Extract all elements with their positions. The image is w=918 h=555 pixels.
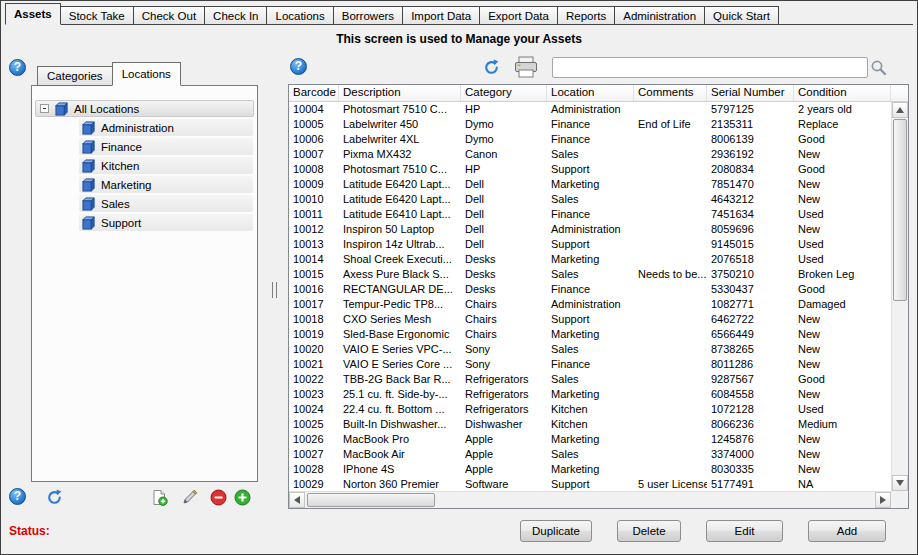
tree-item-sales[interactable]: Sales <box>32 194 257 213</box>
table-row[interactable]: 10014Shoal Creek Executi...DesksMarketin… <box>289 252 891 267</box>
table-row[interactable]: 10015Axess Pure Black S...DesksSalesNeed… <box>289 267 891 282</box>
cell-location: Sales <box>547 447 634 462</box>
cell-serial-number: 9145015 <box>707 237 794 252</box>
tab-borrowers[interactable]: Borrowers <box>333 6 403 25</box>
tree-edit-button[interactable] <box>181 489 198 506</box>
tab-import-data[interactable]: Import Data <box>402 6 480 25</box>
cell-comments: 5 user License <box>634 477 707 491</box>
cell-location: Finance <box>547 117 634 132</box>
cell-location: Sales <box>547 342 634 357</box>
tree-add-button[interactable] <box>234 489 251 506</box>
table-row[interactable]: 1002325.1 cu. ft. Side-by-...Refrigerato… <box>289 387 891 402</box>
left-panel-help-icon[interactable]: ? <box>9 59 26 76</box>
table-row[interactable]: 10019Sled-Base ErgonomicChairsMarketing6… <box>289 327 891 342</box>
column-header-description[interactable]: Description <box>339 85 461 101</box>
column-header-location[interactable]: Location <box>547 85 634 101</box>
tab-locations[interactable]: Locations <box>266 6 333 25</box>
tab-reports[interactable]: Reports <box>557 6 615 25</box>
delete-button[interactable]: Delete <box>617 520 681 542</box>
table-row[interactable]: 10005Labelwriter 450DymoFinanceEnd of Li… <box>289 117 891 132</box>
table-row[interactable]: 10008Photosmart 7510 C...HPSupport208083… <box>289 162 891 177</box>
column-header-serial-number[interactable]: Serial Number <box>707 85 794 101</box>
table-row[interactable]: 10009Latitude E6420 Lapt...DellMarketing… <box>289 177 891 192</box>
table-row[interactable]: 10017Tempur-Pedic TP8...ChairsAdministra… <box>289 297 891 312</box>
tab-assets[interactable]: Assets <box>5 3 61 25</box>
vertical-scroll-track[interactable] <box>892 118 908 475</box>
table-row[interactable]: 10018CXO Series MeshChairsSupport6462722… <box>289 312 891 327</box>
scroll-up-button[interactable] <box>892 102 908 118</box>
table-row[interactable]: 10028IPhone 4SAppleMarketing8030335New <box>289 462 891 477</box>
scroll-right-button[interactable] <box>875 492 891 508</box>
tree-remove-button[interactable] <box>210 489 227 506</box>
left-tab-categories[interactable]: Categories <box>37 66 113 86</box>
cell-description: Latitude E6420 Lapt... <box>339 177 461 192</box>
table-row[interactable]: 10027MacBook AirAppleSales3374000New <box>289 447 891 462</box>
location-box-icon <box>82 197 96 211</box>
tab-check-out[interactable]: Check Out <box>133 6 205 25</box>
tab-quick-start[interactable]: Quick Start <box>704 6 779 25</box>
cell-description: Photosmart 7510 C... <box>339 102 461 117</box>
tab-administration[interactable]: Administration <box>614 6 705 25</box>
scroll-left-button[interactable] <box>289 492 305 508</box>
tree-item-support[interactable]: Support <box>32 213 257 232</box>
tree-refresh-button[interactable] <box>46 489 63 506</box>
table-row[interactable]: 10022TBB-2G Back Bar R...RefrigeratorsSa… <box>289 372 891 387</box>
bottom-help-icon[interactable]: ? <box>9 488 26 505</box>
tree-item-kitchen[interactable]: Kitchen <box>32 156 257 175</box>
table-row[interactable]: 10020VAIO E Series VPC-...SonySales87382… <box>289 342 891 357</box>
cell-location: Marketing <box>547 327 634 342</box>
table-row[interactable]: 10007Pixma MX432CanonSales2936192New <box>289 147 891 162</box>
horizontal-scroll-thumb[interactable] <box>307 493 435 507</box>
scroll-down-button[interactable] <box>892 475 908 491</box>
tab-stock-take[interactable]: Stock Take <box>60 6 134 25</box>
table-row[interactable]: 10010Latitude E6420 Lapt...DellSales4643… <box>289 192 891 207</box>
table-row[interactable]: 10026MacBook ProAppleMarketing1245876New <box>289 432 891 447</box>
cell-description: Inspiron 14z Ultrab... <box>339 237 461 252</box>
collapse-icon[interactable] <box>40 104 49 113</box>
column-header-comments[interactable]: Comments <box>634 85 707 101</box>
cell-category: Refrigerators <box>461 402 547 417</box>
table-row[interactable]: 10021VAIO E Series Core ...SonyFinance80… <box>289 357 891 372</box>
tree-item-finance[interactable]: Finance <box>32 137 257 156</box>
cell-barcode: 10018 <box>289 312 339 327</box>
cell-description: TBB-2G Back Bar R... <box>339 372 461 387</box>
tree-item-all-locations[interactable]: All Locations <box>32 99 257 118</box>
vertical-scrollbar[interactable] <box>891 102 908 491</box>
table-row[interactable]: 10016RECTANGULAR DE...DesksFinance533043… <box>289 282 891 297</box>
cell-barcode: 10010 <box>289 192 339 207</box>
column-header-condition[interactable]: Condition <box>794 85 891 101</box>
table-row[interactable]: 10013Inspiron 14z Ultrab...DellSupport91… <box>289 237 891 252</box>
search-input[interactable] <box>552 57 868 78</box>
duplicate-button[interactable]: Duplicate <box>520 520 592 542</box>
print-button[interactable] <box>513 56 539 78</box>
tab-export-data[interactable]: Export Data <box>479 6 558 25</box>
cell-barcode: 10022 <box>289 372 339 387</box>
splitter-handle[interactable] <box>272 282 277 298</box>
cell-comments <box>634 342 707 357</box>
table-row[interactable]: 1002422.4 cu. ft. Bottom ...Refrigerator… <box>289 402 891 417</box>
cell-condition: Good <box>794 372 891 387</box>
cell-comments <box>634 192 707 207</box>
tree-item-administration[interactable]: Administration <box>32 118 257 137</box>
tree-item-marketing[interactable]: Marketing <box>32 175 257 194</box>
column-header-barcode[interactable]: Barcode <box>289 85 339 101</box>
table-row[interactable]: 10025Built-In Dishwasher...DishwasherKit… <box>289 417 891 432</box>
table-row[interactable]: 10006Labelwriter 4XLDymoFinance8006139Go… <box>289 132 891 147</box>
column-header-category[interactable]: Category <box>461 85 547 101</box>
vertical-scroll-thumb[interactable] <box>893 119 907 301</box>
left-tab-locations[interactable]: Locations <box>112 62 181 86</box>
horizontal-scroll-track[interactable] <box>305 492 875 508</box>
table-row[interactable]: 10004Photosmart 7510 C...HPAdministratio… <box>289 102 891 117</box>
table-help-icon[interactable]: ? <box>290 58 307 75</box>
tree-new-button[interactable] <box>151 489 168 506</box>
tab-check-in[interactable]: Check In <box>204 6 267 25</box>
horizontal-scrollbar[interactable] <box>289 491 891 508</box>
tree-item-label: Finance <box>101 141 142 153</box>
table-refresh-button[interactable] <box>483 59 500 76</box>
search-icon[interactable] <box>870 59 887 76</box>
edit-button[interactable]: Edit <box>706 520 783 542</box>
table-row[interactable]: 10011Latitude E6410 Lapt...DellFinance74… <box>289 207 891 222</box>
table-row[interactable]: 10012Inspiron 50 LaptopDellAdministratio… <box>289 222 891 237</box>
add-button[interactable]: Add <box>808 520 886 542</box>
table-row[interactable]: 10029Norton 360 PremierSoftwareSupport5 … <box>289 477 891 491</box>
